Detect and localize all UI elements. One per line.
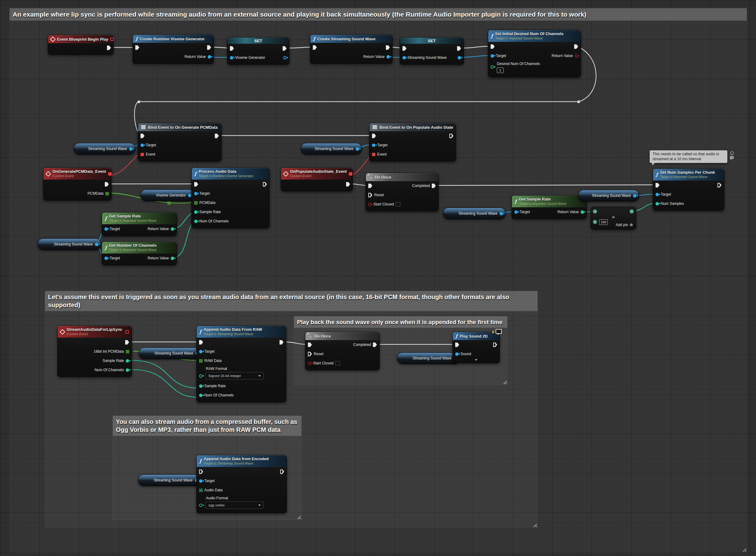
sample-rate-pin[interactable]	[194, 210, 198, 214]
value-out-pin[interactable]	[129, 147, 133, 151]
exec-out-pin[interactable]	[207, 45, 211, 50]
value-out-pin[interactable]	[95, 243, 98, 246]
desired-num-channels-pin[interactable]	[491, 65, 494, 69]
exec-out-pin[interactable]	[457, 46, 461, 51]
audio-format-pin[interactable]	[199, 503, 202, 507]
return-value-pin[interactable]	[171, 227, 174, 231]
num-samples-pin[interactable]	[656, 202, 659, 205]
raw-data-array-pin[interactable]	[199, 359, 202, 362]
add-pin-button[interactable]: Add pin⊕	[616, 222, 633, 227]
exec-out-pin[interactable]	[215, 134, 219, 138]
node-onpopulate-audiostate-event[interactable]: OnPopulateAudioState_Event Custom Event	[281, 168, 353, 191]
exec-in-pin[interactable]	[656, 183, 660, 187]
node-ongenerate-pcmdata-event[interactable]: OnGeneratePCMData_Event Custom Event PCM…	[43, 168, 111, 201]
node-set-streaming-sound-wave[interactable]: SET Streaming Sound Wave	[400, 37, 464, 65]
target-pin[interactable]	[656, 193, 659, 196]
node-process-audio-data[interactable]: ƒ Process Audio Data Target is Runtime V…	[191, 168, 270, 228]
comment-stream-title[interactable]: Let's assume this event is triggered as …	[45, 291, 537, 311]
target-pin[interactable]	[199, 479, 202, 483]
exec-in-pin[interactable]	[230, 46, 234, 51]
audio-format-dropdown[interactable]: ogg vorbis	[205, 501, 264, 509]
pill-streaming-sound-wave-7[interactable]: Streaming Sound Wave	[397, 352, 460, 364]
value-out-pin[interactable]	[283, 56, 287, 60]
exec-out-pin[interactable]	[449, 134, 453, 138]
reroute-node-array[interactable]	[167, 201, 171, 205]
pin-icon[interactable]	[729, 151, 734, 156]
sound-pin[interactable]	[455, 352, 459, 356]
exec-out-pin[interactable]	[107, 45, 111, 50]
exec-in-pin[interactable]	[491, 44, 495, 49]
pill-streaming-sound-wave-1[interactable]: Streaming Sound Wave	[74, 143, 135, 154]
pill-streaming-sound-wave-6[interactable]: Streaming Sound Wave	[139, 347, 202, 359]
exec-in-pin[interactable]	[140, 134, 144, 138]
desired-num-channels-input[interactable]: 1	[497, 67, 503, 73]
pcmdata-array-pin[interactable]	[194, 201, 198, 205]
exec-out-pin[interactable]	[346, 182, 350, 187]
pcmdata-array-pin[interactable]	[126, 350, 129, 353]
start-closed-checkbox[interactable]	[335, 361, 340, 366]
divide-input-b-pin[interactable]	[593, 220, 597, 224]
resize-handle-icon[interactable]	[502, 380, 507, 384]
exec-in-pin[interactable]	[199, 470, 203, 474]
start-closed-checkbox[interactable]	[396, 202, 400, 207]
target-pin[interactable]	[491, 54, 494, 58]
note-bubble[interactable]: This needs to be called so that audio is…	[650, 150, 727, 163]
divide-input-a-pin[interactable]	[593, 209, 597, 213]
pill-streaming-sound-wave-8[interactable]: Streaming Sound Wave	[138, 474, 201, 486]
delegate-pin[interactable]	[108, 172, 111, 176]
exec-in-pin[interactable]	[313, 45, 317, 50]
divide-output-pin[interactable]	[630, 209, 634, 213]
exec-out-pin[interactable]	[280, 340, 284, 345]
raw-format-pin[interactable]	[199, 374, 202, 378]
value-in-pin[interactable]	[402, 56, 406, 60]
return-value-pin[interactable]	[171, 256, 174, 260]
delegate-pin[interactable]	[110, 38, 114, 41]
delegate-pin[interactable]	[349, 172, 352, 176]
node-get-sample-rate-2[interactable]: ƒ Get Sample Rate Target is Imported Sou…	[512, 195, 587, 219]
value-out-pin[interactable]	[188, 194, 191, 197]
value-out-pin[interactable]	[633, 194, 636, 198]
target-pin[interactable]	[194, 192, 198, 195]
value-out-pin[interactable]	[500, 212, 503, 215]
pcmdata-array-pin[interactable]	[105, 192, 109, 195]
exec-out-pin[interactable]	[574, 44, 578, 49]
exec-in-pin[interactable]	[199, 340, 203, 345]
reroute-node[interactable]	[137, 100, 140, 103]
pill-viseme-generator[interactable]: Viseme Generator	[140, 189, 194, 201]
target-pin[interactable]	[104, 227, 108, 231]
completed-exec-pin[interactable]	[373, 343, 377, 347]
raw-format-dropdown[interactable]: Signed 16-bit integer	[205, 372, 264, 380]
pill-streaming-sound-wave-5[interactable]: Streaming Sound Wave	[578, 190, 639, 202]
exec-in-pin[interactable]	[402, 46, 406, 51]
comment-bubble-icon[interactable]	[730, 156, 734, 159]
sample-rate-pin[interactable]	[126, 359, 129, 362]
node-bind-event-generate-pcmdata[interactable]: Bind Event to On Generate PCMData Target…	[138, 123, 222, 162]
completed-exec-pin[interactable]	[432, 183, 436, 188]
resize-handle-icon[interactable]	[532, 522, 537, 527]
event-delegate-pin[interactable]	[372, 153, 375, 156]
comment-play-once-title[interactable]: Play back the sound wave only once when …	[294, 316, 507, 328]
node-stream-audio-data-for-lipsync[interactable]: StreamAudioDataForLipSync Custom Event 1…	[57, 325, 132, 377]
return-value-pin[interactable]	[387, 55, 390, 59]
exec-in-pin[interactable]	[135, 45, 139, 50]
return-value-pin[interactable]	[581, 210, 584, 214]
exec-in-pin[interactable]	[372, 134, 376, 138]
node-do-once-2[interactable]: → Do Once Completed Reset Start Closed	[305, 332, 380, 370]
num-channels-pin[interactable]	[199, 394, 202, 397]
node-do-once-1[interactable]: → Do Once Completed Reset Start Closed	[365, 173, 438, 211]
exec-out-pin[interactable]	[125, 340, 129, 345]
return-value-pin[interactable]	[208, 55, 211, 59]
start-closed-pin[interactable]	[308, 361, 311, 365]
exec-out-pin[interactable]	[280, 470, 284, 474]
reset-exec-pin[interactable]	[308, 352, 312, 356]
num-channels-pin[interactable]	[126, 369, 129, 372]
exec-out-pin[interactable]	[493, 343, 497, 347]
node-append-audio-data-from-raw[interactable]: ƒ Append Audio Data From RAW Target is S…	[196, 325, 286, 402]
resize-handle-icon[interactable]	[742, 547, 746, 552]
pill-streaming-sound-wave-4[interactable]: Streaming Sound Wave	[443, 208, 506, 219]
node-play-sound-2d[interactable]: ⚡ ƒ Play Sound 2D Sound	[453, 332, 500, 363]
value-out-pin[interactable]	[458, 56, 461, 60]
exec-in-pin[interactable]	[368, 183, 372, 188]
sample-rate-pin[interactable]	[199, 384, 202, 388]
event-delegate-pin[interactable]	[140, 153, 144, 156]
